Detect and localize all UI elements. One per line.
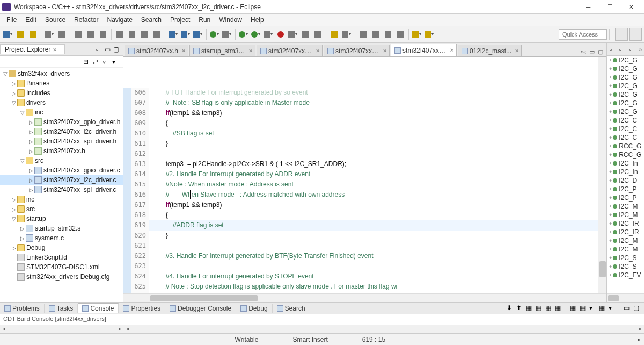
horizontal-scrollbar[interactable] bbox=[123, 293, 606, 302]
outline-item[interactable]: +I2C_G bbox=[607, 107, 644, 116]
code-line[interactable]: 618 { bbox=[123, 210, 598, 220]
outline-item[interactable]: +I2C_C bbox=[607, 133, 644, 142]
outline-item[interactable]: +I2C_M bbox=[607, 245, 644, 254]
console-btn[interactable]: ▦ bbox=[555, 304, 564, 313]
minimize-icon[interactable]: ▭ bbox=[105, 46, 112, 53]
menu-window[interactable]: Window bbox=[215, 15, 246, 25]
maximize-icon[interactable]: ▢ bbox=[113, 46, 121, 53]
outline-item[interactable]: +I2C_G bbox=[607, 64, 644, 73]
menu-refactor[interactable]: Refactor bbox=[70, 15, 103, 25]
maximize-icon[interactable]: ▢ bbox=[633, 304, 642, 313]
console-btn[interactable]: ▦ bbox=[580, 304, 588, 313]
tb-btn[interactable] bbox=[312, 28, 324, 40]
code-line[interactable]: 612 bbox=[123, 149, 598, 159]
tb-btn[interactable] bbox=[138, 28, 150, 40]
tb-btn[interactable]: ▾ bbox=[262, 28, 274, 40]
save-all-button[interactable] bbox=[27, 28, 39, 40]
tree-node[interactable]: ▽src bbox=[0, 156, 123, 166]
outline-item[interactable]: +I2C_G bbox=[607, 99, 644, 107]
twisty-icon[interactable]: ▽ bbox=[11, 100, 17, 106]
vertical-scrollbar[interactable] bbox=[598, 57, 606, 293]
tab-overflow-icon[interactable]: »₉ bbox=[580, 48, 587, 55]
bottom-tab-problems[interactable]: Problems bbox=[0, 304, 45, 313]
maximize-button[interactable]: ☐ bbox=[599, 1, 620, 13]
close-icon[interactable]: ✕ bbox=[316, 48, 320, 54]
view-menu-icon[interactable]: ▫ bbox=[96, 46, 104, 53]
tree-node[interactable]: ▽startup bbox=[0, 214, 123, 224]
code-line[interactable]: 625 // Note : Stop detection flag is app… bbox=[123, 282, 598, 292]
code-editor[interactable]: 606 // TUT Handle For interrupt generate… bbox=[123, 57, 598, 293]
console-btn[interactable]: ▦ bbox=[526, 304, 535, 313]
outline-item[interactable]: +I2C_G bbox=[607, 90, 644, 99]
view-menu-icon[interactable]: ▾ bbox=[112, 58, 120, 66]
tb-btn[interactable] bbox=[382, 28, 394, 40]
minimize-icon[interactable]: ▭ bbox=[624, 304, 632, 313]
code-line[interactable]: 622 //3. Handle For interrupt generated … bbox=[123, 251, 598, 261]
outline-item[interactable]: +I2C_G bbox=[607, 56, 644, 64]
collapse-all-icon[interactable]: ⊟ bbox=[83, 58, 91, 66]
horizontal-scrollbar[interactable] bbox=[607, 293, 644, 302]
console-btn[interactable]: ▦ bbox=[545, 304, 554, 313]
twisty-icon[interactable]: ▷ bbox=[19, 235, 26, 241]
debug-button[interactable]: ▾ bbox=[238, 28, 250, 40]
outline-item[interactable]: +I2C_M bbox=[607, 202, 644, 211]
close-icon[interactable]: ✕ bbox=[515, 48, 519, 54]
twisty-icon[interactable]: ▽ bbox=[11, 216, 17, 222]
bottom-tab-debug[interactable]: Debug bbox=[236, 304, 272, 313]
outline-item[interactable]: +I2C_C bbox=[607, 125, 644, 133]
twisty-icon[interactable]: ▷ bbox=[11, 245, 17, 251]
tb-btn[interactable] bbox=[370, 28, 382, 40]
outline-item[interactable]: +I2C_P bbox=[607, 193, 644, 202]
close-icon[interactable]: ✕ bbox=[53, 47, 57, 53]
code-line[interactable]: 620 } bbox=[123, 231, 598, 241]
twisty-icon[interactable]: ▷ bbox=[28, 139, 34, 145]
scroll-left-icon[interactable]: ◂ bbox=[123, 326, 131, 333]
save-button[interactable] bbox=[14, 28, 26, 40]
bottom-tab-debugger-console[interactable]: Debugger Console bbox=[165, 304, 236, 313]
twisty-icon[interactable]: ▷ bbox=[11, 197, 17, 203]
project-explorer-tab[interactable]: Project Explorer ✕ bbox=[0, 44, 65, 54]
tree-node[interactable]: ▽drivers bbox=[0, 98, 123, 107]
twisty-icon[interactable]: ▽ bbox=[2, 71, 9, 77]
tb-btn[interactable]: ▾ bbox=[180, 28, 192, 40]
twisty-icon[interactable]: ▷ bbox=[19, 226, 26, 232]
outline-item[interactable]: +I2C_G bbox=[607, 82, 644, 90]
link-editor-icon[interactable]: ⇄ bbox=[93, 58, 100, 66]
tree-node[interactable]: ▷stm32f407xx_gpio_driver.c bbox=[0, 166, 123, 175]
code-line[interactable]: 610 //SB flag is set bbox=[123, 128, 598, 139]
tb-btn[interactable] bbox=[151, 28, 163, 40]
close-icon[interactable]: ✕ bbox=[450, 47, 454, 53]
code-line[interactable]: 606 // TUT Handle For interrupt generate… bbox=[123, 88, 598, 98]
outline-item[interactable]: +RCC_G bbox=[607, 142, 644, 150]
tree-node[interactable]: ▷inc bbox=[0, 195, 123, 204]
scroll-left-icon[interactable]: ◂ bbox=[0, 326, 8, 333]
code-line[interactable]: 619 //ADDR flag is set bbox=[123, 220, 598, 231]
outline-item[interactable]: +I2C_In bbox=[607, 168, 644, 176]
back-button[interactable]: ▾ bbox=[411, 28, 423, 40]
minimize-icon[interactable]: ▭ bbox=[588, 48, 596, 55]
outline-icon[interactable]: ▫ bbox=[619, 46, 627, 53]
menu-run[interactable]: Run bbox=[194, 15, 215, 25]
maximize-icon[interactable]: ▢ bbox=[597, 48, 604, 55]
tree-node[interactable]: ▷stm32f407xx_spi_driver.c bbox=[0, 185, 123, 195]
close-icon[interactable]: ✕ bbox=[181, 48, 186, 54]
console-btn[interactable]: ▾ bbox=[609, 304, 617, 313]
editor-tab[interactable]: 012i2c_mast...✕ bbox=[458, 45, 522, 56]
code-line[interactable]: 609 { bbox=[123, 118, 598, 128]
new-button[interactable]: ▾ bbox=[2, 28, 14, 40]
menu-file[interactable]: File bbox=[2, 15, 21, 25]
menu-edit[interactable]: Edit bbox=[21, 15, 41, 25]
outline-item[interactable]: +I2C_In bbox=[607, 159, 644, 168]
outline-item[interactable]: +I2C_M bbox=[607, 211, 644, 219]
outline-item[interactable]: +I2C_IR bbox=[607, 228, 644, 236]
code-line[interactable]: 607 // Note : SB flag is only applicable… bbox=[123, 98, 598, 108]
console-btn[interactable]: ▦ bbox=[599, 304, 608, 313]
menu-project[interactable]: Project bbox=[166, 15, 194, 25]
tb-btn[interactable] bbox=[394, 28, 406, 40]
tb-btn[interactable]: ▾ bbox=[192, 28, 204, 40]
menu-source[interactable]: Source bbox=[41, 15, 70, 25]
tb-btn[interactable] bbox=[299, 28, 311, 40]
tree-node[interactable]: LinkerScript.ld bbox=[0, 253, 123, 262]
twisty-icon[interactable]: ▷ bbox=[28, 168, 34, 174]
console-btn[interactable]: ▦ bbox=[570, 304, 579, 313]
